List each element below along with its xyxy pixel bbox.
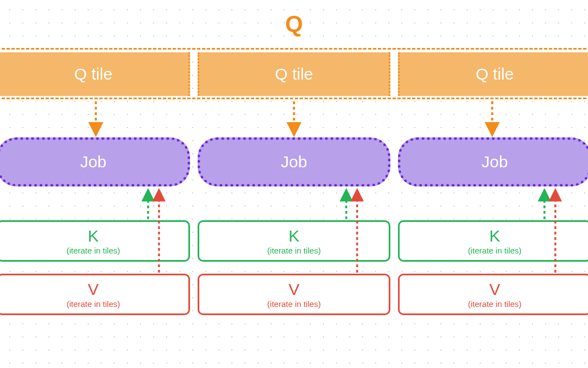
k-box-2: K (iterate in tiles) bbox=[398, 220, 588, 262]
qtile-0: Q tile bbox=[0, 52, 190, 96]
k-sub: (iterate in tiles) bbox=[267, 246, 321, 255]
k-label: K bbox=[489, 227, 500, 246]
k-label: K bbox=[88, 227, 99, 246]
q-title: Q bbox=[0, 11, 588, 37]
k-sub: (iterate in tiles) bbox=[66, 246, 120, 255]
v-row: V (iterate in tiles) V (iterate in tiles… bbox=[0, 274, 588, 315]
job-0: Job bbox=[0, 137, 190, 186]
v-label: V bbox=[289, 280, 299, 299]
v-sub: (iterate in tiles) bbox=[66, 299, 120, 309]
v-label: V bbox=[489, 280, 500, 299]
v-sub: (iterate in tiles) bbox=[468, 299, 521, 309]
k-sub: (iterate in tiles) bbox=[468, 246, 521, 255]
k-label: K bbox=[289, 227, 299, 246]
k-box-0: K (iterate in tiles) bbox=[0, 220, 190, 262]
k-row: K (iterate in tiles) K (iterate in tiles… bbox=[0, 220, 588, 262]
v-box-0: V (iterate in tiles) bbox=[0, 274, 190, 315]
v-sub: (iterate in tiles) bbox=[267, 299, 321, 309]
qtile-1: Q tile bbox=[198, 52, 391, 96]
job-1: Job bbox=[198, 137, 391, 186]
k-box-1: K (iterate in tiles) bbox=[198, 220, 391, 262]
job-2: Job bbox=[398, 137, 588, 186]
job-row: Job Job Job bbox=[0, 137, 588, 186]
v-box-2: V (iterate in tiles) bbox=[398, 274, 588, 315]
v-label: V bbox=[88, 280, 99, 299]
qtile-row: Q tile Q tile Q tile bbox=[0, 52, 588, 96]
v-box-1: V (iterate in tiles) bbox=[198, 274, 391, 315]
qtile-2: Q tile bbox=[398, 52, 588, 96]
